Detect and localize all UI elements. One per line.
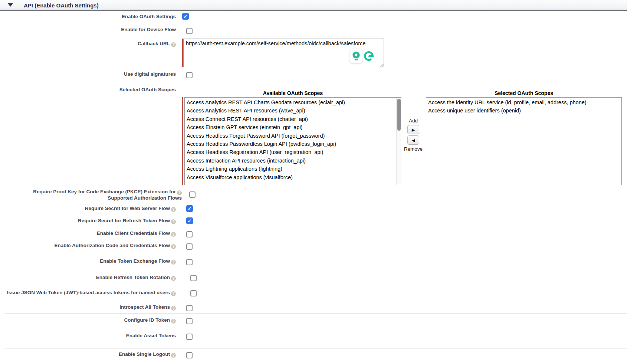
check-icon: ✓ [184,14,188,19]
help-icon[interactable]: ? [171,319,176,324]
enable-for-device-flow-checkbox[interactable]: ✓ [186,28,193,34]
scope-option[interactable]: Access Visualforce applications (visualf… [185,173,401,181]
field-label: Introspect All Tokens? [0,304,176,311]
add-arrow-icon: ▶ [412,128,415,132]
scope-option[interactable]: Access Headless Registration API (user_r… [185,148,401,156]
introspect-all-tokens-checkbox[interactable]: ✓ [186,305,193,311]
field-label: Selected OAuth Scopes [0,87,176,92]
section-header: API (Enable OAuth Settings) [0,0,627,11]
scope-option[interactable]: Access unique user identifiers (openid) [426,106,621,115]
row-divider [4,330,627,330]
scope-option[interactable]: Access Interaction API resources (intera… [185,157,401,165]
enable-refresh-token-rotation-checkbox[interactable]: ✓ [190,275,197,281]
remove-scope-button[interactable]: ◀ [407,135,419,145]
required-field-bar [182,97,183,185]
enable-client-credentials-checkbox[interactable]: ✓ [186,231,193,237]
help-icon[interactable]: ? [171,291,176,296]
field-label: Enable OAuth Settings [0,14,176,19]
help-icon[interactable]: ? [177,190,182,195]
help-icon[interactable]: ? [171,219,176,224]
field-label: Require Secret for Refresh Token Flow? [0,218,176,224]
add-scope-button[interactable]: ▶ [407,125,419,134]
issue-jwt-tokens-checkbox[interactable]: ✓ [190,290,197,296]
scope-option[interactable]: Access Headless Passwordless Login API (… [185,140,401,148]
collapse-triangle-icon[interactable] [8,3,13,7]
scrollbar-thumb[interactable] [397,99,401,131]
selected-scopes-listbox[interactable]: Access the identity URL service (id, pro… [426,97,622,185]
help-icon[interactable]: ? [171,260,176,265]
help-icon[interactable]: ? [171,306,176,311]
enable-auth-code-credentials-checkbox[interactable]: ✓ [186,243,193,250]
section-title: API (Enable OAuth Settings) [24,2,99,9]
field-label: Enable Authorization Code and Credential… [0,243,176,249]
selected-scopes-header: Selected OAuth Scopes [426,90,622,96]
lightbulb-extension-icon[interactable] [349,49,363,63]
scope-option[interactable]: Access Analytics REST API resources (wav… [185,106,401,115]
field-label: Enable Refresh Token Rotation? [0,275,176,281]
remove-arrow-icon: ◀ [412,138,415,142]
field-label: Configure ID Token? [0,317,176,324]
require-secret-refresh-token-checkbox[interactable]: ✓ [186,217,193,224]
help-icon[interactable]: ? [171,276,176,281]
oauth-settings-page: API (Enable OAuth Settings) Enable OAuth… [0,0,627,364]
check-icon: ✓ [188,206,192,211]
enable-single-logout-checkbox[interactable]: ✓ [186,352,193,358]
field-label: Enable Token Exchange Flow? [0,258,176,265]
help-icon[interactable]: ? [171,353,176,358]
row-divider [4,348,627,348]
enable-oauth-settings-checkbox[interactable]: ✓ [182,13,189,20]
resize-handle-icon[interactable] [379,62,384,67]
available-scopes-listbox[interactable]: Access Analytics REST API Charts Geodata… [184,97,401,185]
configure-id-token-checkbox[interactable]: ✓ [186,318,193,324]
scope-option[interactable]: Access the identity URL service (id, pro… [426,98,621,106]
field-label: Callback URL? [0,41,176,47]
help-icon[interactable]: ? [171,244,176,249]
scope-option[interactable]: Access Connect REST API resources (chatt… [185,115,401,123]
field-label: Issue JSON Web Token (JWT)-based access … [0,290,176,296]
field-label: Enable for Device Flow [0,27,176,32]
scope-option[interactable]: Access Lightning applications (lightning… [185,165,401,173]
help-icon[interactable]: ? [171,232,176,237]
scope-option[interactable]: Access Einstein GPT services (einstein_g… [185,123,401,131]
check-icon: ✓ [188,219,192,223]
pkce-checkbox[interactable]: ✓ [189,191,196,198]
help-icon[interactable]: ? [171,42,176,47]
help-icon[interactable]: ? [171,207,176,212]
field-label: Require Proof Key for Code Exchange (PKC… [0,189,182,201]
use-digital-signatures-checkbox[interactable]: ✓ [186,72,193,78]
enable-asset-tokens-checkbox[interactable]: ✓ [186,334,193,340]
require-secret-web-server-checkbox[interactable]: ✓ [186,205,193,212]
grammarly-icon[interactable] [363,50,374,62]
field-label: Use digital signatures [0,71,176,77]
available-scopes-scrollbar[interactable] [396,98,401,185]
row-divider [4,314,627,314]
field-label: Enable Asset Tokens [0,333,176,338]
add-label: Add [404,118,422,124]
field-label: Require Secret for Web Server Flow? [0,206,176,212]
field-label: Enable Client Credentials Flow? [0,230,176,237]
scope-option[interactable]: Access Headless Forgot Password API (for… [185,132,401,140]
scope-option[interactable]: Access Analytics REST API Charts Geodata… [185,98,401,106]
remove-label: Remove [401,146,426,152]
available-scopes-header: Available OAuth Scopes [184,90,401,96]
field-label: Enable Single Logout? [0,351,176,358]
enable-token-exchange-checkbox[interactable]: ✓ [186,259,193,265]
